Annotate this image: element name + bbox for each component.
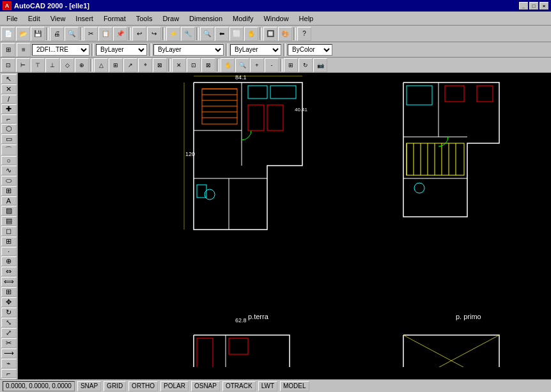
fillet-button[interactable]: ⌒ [1,379,17,379]
rectangle-button[interactable]: ▭ [1,134,17,144]
stretch-button[interactable]: ⤢ [1,328,17,338]
minimize-button[interactable]: _ [519,2,528,10]
menu-edit[interactable]: Edit [23,13,45,24]
snap-tool-11[interactable]: ⊠ [153,58,167,72]
region-button[interactable]: ◻ [1,226,17,236]
zoom-win-button[interactable]: ⬜ [229,27,244,41]
menu-insert[interactable]: Insert [70,13,98,24]
offset-button[interactable]: ⟺ [1,277,17,286]
gradient-button[interactable]: ▤ [1,216,17,226]
polygon-button[interactable]: ⬡ [1,124,17,134]
ellipse-button[interactable]: ⬭ [1,176,17,185]
layers-button[interactable]: ⊞ [1,43,15,57]
redo-button[interactable]: ↪ [147,27,161,41]
drawing-canvas[interactable]: p.terra p. primo p.secondo p.copertura [18,73,551,379]
close-button[interactable]: × [539,2,548,10]
pan-button[interactable]: ✋ [244,27,258,41]
extend-button[interactable]: ⟶ [1,349,17,358]
cut-button[interactable]: ✂ [84,27,98,41]
snap-tool-2[interactable]: ⊢ [16,58,30,72]
snap-tool-10[interactable]: ⌖ [138,58,152,72]
menu-file[interactable]: File [1,13,23,24]
osnap-toggle[interactable]: OSNAP [191,381,220,391]
save-button[interactable]: 💾 [31,27,45,41]
open-button[interactable]: 📂 [16,27,30,41]
erase-button[interactable]: ✕ [1,84,17,94]
table-button[interactable]: ⊞ [1,237,17,246]
zoom-prev-button[interactable]: ⬅ [215,27,229,41]
aerial-button[interactable]: ⊞ [284,58,298,72]
hatch-button[interactable]: ▨ [1,206,17,216]
zoom-realtime-button[interactable]: 🔍 [200,27,214,41]
layer-state-button[interactable]: ≡ [17,43,31,57]
menu-tools[interactable]: Tools [131,13,158,24]
snap-tool-3[interactable]: ⊤ [31,58,45,72]
camera-button[interactable]: 📷 [313,58,327,72]
otrack-toggle[interactable]: OTRACK [222,381,256,391]
snap-tool-13[interactable]: ⊡ [187,58,201,72]
snap-tool-8[interactable]: ⊞ [109,58,123,72]
zoom-out-button[interactable]: - [265,58,279,72]
rotate-button[interactable]: ↻ [1,308,17,317]
menu-help[interactable]: Help [294,13,319,24]
select-button[interactable]: ↖ [1,74,17,84]
circle-button[interactable]: ○ [1,156,17,165]
snap-tool-6[interactable]: ⊕ [75,58,89,72]
layer-select[interactable]: 2DFI...TRE [32,44,89,56]
polyline-button[interactable]: ⌐ [1,114,17,123]
arc-button[interactable]: ⌒ [1,145,17,155]
move-button[interactable]: ✥ [1,297,17,307]
copy-button[interactable]: 📋 [98,27,113,41]
snap-tool-7[interactable]: △ [94,58,108,72]
point-button[interactable]: · [1,247,17,256]
linetype-select[interactable]: ByLayer [153,44,224,56]
break-button[interactable]: ⌁ [1,359,17,368]
polar-toggle[interactable]: POLAR [160,381,189,391]
mirror-button[interactable]: ⇔ [1,267,17,276]
zoom-realtime2-button[interactable]: 🔍 [235,58,249,72]
insert-button[interactable]: ⊞ [1,186,17,196]
pan-rt-button[interactable]: ✋ [221,58,235,72]
orbit-button[interactable]: ↻ [299,58,313,72]
xline-button[interactable]: ✚ [1,104,17,114]
shade-button[interactable]: 🔲 [263,27,277,41]
copy-draw-button[interactable]: ⊕ [1,256,17,266]
chamfer-button[interactable]: ⌐ [1,369,17,378]
array-button[interactable]: ⊞ [1,287,17,297]
snap-tool-1[interactable]: ⊡ [1,58,15,72]
undo-button[interactable]: ↩ [132,27,146,41]
ai-button[interactable]: 🔧 [181,27,195,41]
model-toggle[interactable]: MODEL [280,381,309,391]
plotstyle-select[interactable]: ByColor [288,44,332,56]
snap-tool-14[interactable]: ⊠ [201,58,215,72]
snap-tool-9[interactable]: ↗ [123,58,137,72]
lwt-toggle[interactable]: LWT [258,381,277,391]
menu-dimension[interactable]: Dimension [184,13,228,24]
menu-format[interactable]: Format [98,13,131,24]
ortho-toggle[interactable]: ORTHO [128,381,158,391]
zoom-in-button[interactable]: + [250,58,264,72]
maximize-button[interactable]: □ [529,2,538,10]
line-button[interactable]: / [1,95,17,104]
lineweight-select[interactable]: ByLayer [230,44,281,56]
match-prop-button[interactable]: ⚡ [166,27,180,41]
snap-toggle[interactable]: SNAP [77,381,101,391]
print-preview-button[interactable]: 🔍 [65,27,79,41]
snap-tool-12[interactable]: ✕ [172,58,186,72]
menu-draw[interactable]: Draw [157,13,184,24]
menu-window[interactable]: Window [258,13,293,24]
scale-button[interactable]: ⤡ [1,318,17,327]
render-button[interactable]: 🎨 [278,27,292,41]
snap-tool-4[interactable]: ⊥ [45,58,59,72]
help-button[interactable]: ? [297,27,311,41]
menu-view[interactable]: View [45,13,71,24]
mtext-button[interactable]: A [1,196,17,205]
new-button[interactable]: 📄 [1,27,15,41]
snap-tool-5[interactable]: ◇ [60,58,74,72]
print-button[interactable]: 🖨 [50,27,64,41]
menu-modify[interactable]: Modify [228,13,258,24]
spline-button[interactable]: ∿ [1,166,17,175]
trim-button[interactable]: ✂ [1,338,17,348]
paste-button[interactable]: 📌 [113,27,127,41]
color-select[interactable]: ByLayer [96,44,147,56]
